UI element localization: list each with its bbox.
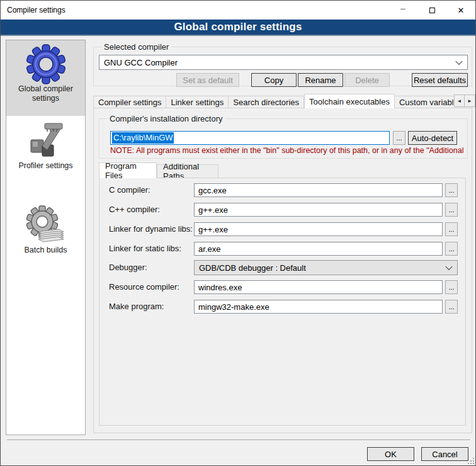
field-label-resource-compiler: Resource compiler: (109, 282, 179, 292)
maximize-button[interactable] (417, 1, 446, 20)
make-program-input[interactable]: mingw32-make.exe (194, 300, 443, 314)
title-bar[interactable]: Compiler settings ─ ✕ (1, 1, 475, 20)
browse-linker-dynamic-button[interactable]: ... (445, 222, 458, 236)
arrow-left-icon: ◄ (457, 98, 462, 104)
auto-detect-button[interactable]: Auto-detect (408, 131, 457, 145)
blue-gear-icon (26, 44, 66, 84)
selected-compiler-legend: Selected compiler (101, 42, 171, 52)
field-label-linker-static: Linker for static libs: (109, 244, 181, 253)
chevron-down-icon (455, 58, 462, 65)
close-icon: ✕ (458, 6, 465, 15)
field-label-linker-dynamic: Linker for dynamic libs: (109, 224, 193, 234)
compiler-settings-dialog: Compiler settings ─ ✕ Global compiler se… (0, 0, 476, 466)
tab-linker-settings[interactable]: Linker settings (166, 96, 229, 108)
maximize-icon (429, 8, 435, 13)
compiler-tab-strip: Compiler settings Linker settings Search… (93, 94, 453, 108)
sidebar-item-label: Batch builds (13, 246, 79, 255)
tab-scroll-right-button[interactable]: ► (465, 94, 475, 107)
sidebar-item-global-compiler-settings[interactable]: Global compiler settings (6, 40, 85, 116)
selected-compiler-group: Selected compiler GNU GCC Compiler Set a… (93, 47, 472, 86)
copy-button[interactable]: Copy (251, 73, 297, 87)
footer-divider (7, 440, 470, 441)
field-label-make-program: Make program: (109, 302, 164, 311)
set-as-default-button[interactable]: Set as default (176, 73, 239, 87)
tab-search-directories[interactable]: Search directories (229, 96, 304, 108)
bin-subdirectory-note: NOTE: All programs must exist either in … (110, 146, 464, 156)
tab-custom-variables[interactable]: Custom variables (395, 96, 453, 108)
linker-dynamic-input[interactable]: g++.exe (194, 222, 443, 236)
minimize-button[interactable]: ─ (388, 1, 417, 20)
program-files-panel: C compiler: gcc.exe ... C++ compiler: g+… (99, 178, 466, 426)
installation-directory-group: Compiler's installation directory C:\ray… (99, 118, 468, 159)
rename-button[interactable]: Rename (298, 73, 343, 87)
installation-directory-input[interactable]: C:\raylib\MinGW (110, 131, 390, 145)
gray-gear-stack-icon (26, 205, 66, 246)
installation-directory-legend: Compiler's installation directory (107, 114, 225, 123)
sidebar-item-label: Profiler settings (13, 161, 79, 171)
sidebar-item-batch-builds[interactable]: Batch builds (6, 203, 85, 272)
reset-defaults-button[interactable]: Reset defaults (412, 73, 468, 87)
chevron-down-icon (445, 263, 452, 270)
selected-path-text: C:\raylib\MinGW (112, 132, 174, 144)
field-label-c-compiler: C compiler: (109, 185, 150, 195)
tab-scroll-buttons: ◄ ► (454, 94, 475, 107)
sidebar-item-label: Global compiler settings (13, 84, 79, 103)
c-compiler-input[interactable]: gcc.exe (194, 183, 443, 197)
arrow-right-icon: ► (467, 98, 472, 104)
tab-scroll-left-button[interactable]: ◄ (454, 94, 465, 107)
delete-button[interactable]: Delete (344, 73, 390, 87)
field-label-cpp-compiler: C++ compiler: (109, 205, 160, 214)
resource-compiler-input[interactable]: windres.exe (194, 280, 443, 294)
browse-linker-static-button[interactable]: ... (445, 242, 458, 256)
compiler-select-value: GNU GCC Compiler (104, 58, 178, 67)
settings-sidebar: Global compiler settings Profiler settin… (6, 40, 86, 435)
browse-make-program-button[interactable]: ... (445, 300, 458, 314)
browse-c-compiler-button[interactable]: ... (445, 183, 458, 197)
linker-static-input[interactable]: ar.exe (194, 242, 443, 256)
ok-button[interactable]: OK (367, 447, 414, 461)
close-button[interactable]: ✕ (446, 1, 475, 20)
subtab-additional-paths[interactable]: Additional Paths (157, 164, 218, 178)
browse-cpp-compiler-button[interactable]: ... (445, 203, 458, 217)
toolchain-executables-page: Compiler's installation directory C:\ray… (93, 108, 472, 433)
cpp-compiler-input[interactable]: g++.exe (194, 203, 443, 217)
window-title: Compiler settings (7, 1, 65, 20)
caption-buttons: ─ ✕ (388, 1, 475, 20)
page-title: Global compiler settings (174, 21, 302, 33)
debugger-select[interactable]: GDB/CDB debugger : Default (194, 260, 458, 275)
dialog-header: Global compiler settings (1, 20, 475, 36)
sidebar-item-profiler-settings[interactable]: Profiler settings (6, 120, 85, 185)
cancel-button[interactable]: Cancel (421, 447, 468, 461)
browse-resource-compiler-button[interactable]: ... (445, 280, 458, 294)
tab-compiler-settings[interactable]: Compiler settings (93, 96, 166, 108)
field-label-debugger: Debugger: (109, 263, 147, 272)
browse-directory-button[interactable]: ... (393, 131, 405, 145)
resize-grip[interactable] (468, 458, 469, 459)
subtab-program-files[interactable]: Program Files (99, 162, 157, 178)
caliper-tool-icon (26, 121, 66, 161)
tab-toolchain-executables[interactable]: Toolchain executables (304, 94, 395, 108)
minimize-icon: ─ (400, 5, 405, 13)
compiler-select[interactable]: GNU GCC Compiler (99, 55, 468, 70)
